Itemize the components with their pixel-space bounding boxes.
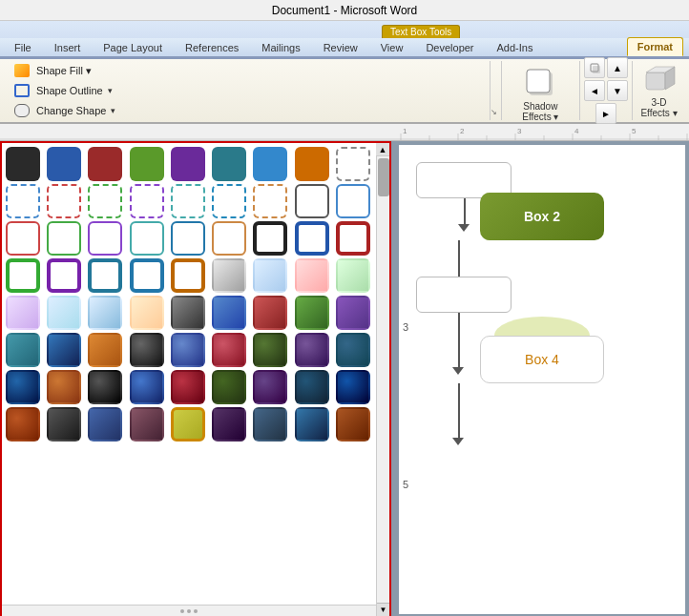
tab-addins[interactable]: Add-Ins: [487, 38, 544, 56]
style-item[interactable]: [336, 221, 370, 256]
style-item[interactable]: [47, 333, 81, 367]
style-item[interactable]: [6, 296, 40, 330]
style-item[interactable]: [6, 258, 40, 293]
style-item[interactable]: [47, 258, 81, 293]
tab-view[interactable]: View: [370, 38, 414, 56]
style-item[interactable]: [88, 258, 122, 293]
style-item[interactable]: [212, 407, 246, 441]
style-item[interactable]: [295, 296, 329, 330]
style-item[interactable]: [47, 221, 81, 256]
style-item[interactable]: [171, 221, 205, 256]
style-item[interactable]: [171, 333, 205, 367]
shadow-nudge-up-button[interactable]: ▲: [607, 57, 628, 78]
scroll-thumb[interactable]: [378, 158, 389, 196]
style-item[interactable]: [171, 184, 205, 218]
box2[interactable]: Box 2: [480, 193, 604, 240]
scrollbar[interactable]: ▲ ▼: [376, 143, 389, 616]
style-item[interactable]: [212, 221, 246, 256]
style-item-selected[interactable]: [253, 221, 287, 256]
shadow-nudge-down-button[interactable]: ▼: [607, 80, 628, 101]
style-item[interactable]: [253, 147, 287, 181]
style-item[interactable]: [253, 407, 287, 441]
style-item[interactable]: [88, 184, 122, 218]
style-item-yellow-selected[interactable]: [171, 407, 205, 441]
style-item[interactable]: [47, 147, 81, 181]
style-item[interactable]: [253, 333, 287, 367]
style-item[interactable]: [6, 407, 40, 441]
shadow-nudge-right-button[interactable]: ►: [595, 103, 616, 124]
style-item[interactable]: [336, 407, 370, 441]
style-item[interactable]: [88, 147, 122, 181]
style-item[interactable]: [130, 296, 164, 330]
style-item[interactable]: [336, 333, 370, 367]
style-item[interactable]: [88, 296, 122, 330]
shadow-nudge-left-button[interactable]: ◄: [584, 80, 605, 101]
shape-fill-button[interactable]: Shape Fill ▾: [10, 61, 484, 80]
style-item[interactable]: [88, 407, 122, 441]
style-item[interactable]: [88, 221, 122, 256]
tab-references[interactable]: References: [175, 38, 249, 56]
style-item[interactable]: [336, 296, 370, 330]
shape-outline-button[interactable]: Shape Outline ▾: [10, 81, 484, 100]
style-item[interactable]: [295, 333, 329, 367]
style-item[interactable]: [88, 370, 122, 404]
style-item[interactable]: [6, 221, 40, 256]
style-item[interactable]: [253, 258, 287, 293]
group-expand-icon[interactable]: ↘: [491, 61, 502, 120]
tab-pagelayout[interactable]: Page Layout: [93, 38, 173, 56]
box4[interactable]: Box 4: [480, 336, 604, 383]
style-item[interactable]: [130, 221, 164, 256]
style-item[interactable]: [336, 258, 370, 293]
style-item[interactable]: [130, 370, 164, 404]
tab-review[interactable]: Review: [313, 38, 368, 56]
style-item[interactable]: [295, 221, 329, 256]
style-item[interactable]: [130, 184, 164, 218]
style-item[interactable]: [6, 147, 40, 181]
style-item[interactable]: [295, 370, 329, 404]
style-item[interactable]: [171, 370, 205, 404]
style-item[interactable]: [6, 370, 40, 404]
style-item[interactable]: [336, 370, 370, 404]
style-item[interactable]: [47, 370, 81, 404]
effects-3d-button[interactable]: 3-DEffects ▾: [640, 63, 677, 118]
style-item[interactable]: [130, 258, 164, 293]
scroll-down-arrow[interactable]: ▼: [377, 603, 390, 616]
style-item[interactable]: [336, 147, 370, 181]
style-item[interactable]: [130, 333, 164, 367]
style-item[interactable]: [171, 258, 205, 293]
style-item[interactable]: [47, 296, 81, 330]
tab-file[interactable]: File: [4, 38, 42, 56]
change-shape-button[interactable]: Change Shape ▾: [10, 101, 484, 120]
style-item[interactable]: [336, 184, 370, 218]
style-item[interactable]: [130, 147, 164, 181]
style-item[interactable]: [295, 184, 329, 218]
style-item[interactable]: [253, 370, 287, 404]
style-item[interactable]: [212, 296, 246, 330]
style-item[interactable]: [6, 333, 40, 367]
style-item[interactable]: [47, 184, 81, 218]
style-item[interactable]: [212, 147, 246, 181]
style-item[interactable]: [212, 184, 246, 218]
style-item[interactable]: [212, 258, 246, 293]
style-item[interactable]: [47, 407, 81, 441]
style-item[interactable]: [171, 296, 205, 330]
shadow-effects-button[interactable]: ShadowEffects ▾: [520, 63, 560, 124]
style-item[interactable]: [295, 258, 329, 293]
style-item[interactable]: [253, 296, 287, 330]
tab-developer[interactable]: Developer: [415, 38, 484, 56]
style-item[interactable]: [212, 370, 246, 404]
style-item[interactable]: [295, 147, 329, 181]
style-item[interactable]: [171, 147, 205, 181]
style-item[interactable]: [88, 333, 122, 367]
style-item[interactable]: [295, 407, 329, 441]
box-plain-2[interactable]: [416, 277, 512, 313]
shadow-on-off-button[interactable]: [584, 57, 605, 78]
tab-insert[interactable]: Insert: [44, 38, 92, 56]
style-item[interactable]: [212, 333, 246, 367]
style-item[interactable]: [6, 184, 40, 218]
style-item[interactable]: [253, 184, 287, 218]
scroll-up-button[interactable]: ▲: [376, 143, 389, 156]
tab-mailings[interactable]: Mailings: [251, 38, 310, 56]
style-item[interactable]: [130, 407, 164, 441]
tab-format[interactable]: Format: [627, 37, 683, 56]
